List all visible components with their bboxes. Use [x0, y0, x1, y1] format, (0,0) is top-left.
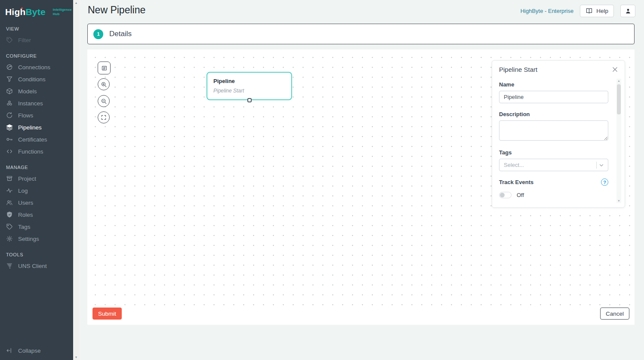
- toggle-state-label: Off: [517, 192, 524, 198]
- tag-icon: [6, 37, 13, 43]
- account-link[interactable]: HighByte - Enterprise: [521, 8, 574, 14]
- tags-placeholder: Select...: [504, 162, 524, 168]
- node-title: Pipeline: [213, 78, 285, 84]
- nav-section-view: VIEW: [0, 26, 73, 31]
- user-menu-button[interactable]: [620, 5, 635, 17]
- sidebar-item-models[interactable]: Models: [0, 85, 73, 97]
- scroll-up-arrow-icon[interactable]: ▲: [73, 1, 79, 4]
- app-logo: HighByte Intelligence Hub: [0, 0, 73, 19]
- key-icon: [6, 136, 13, 143]
- page-title: New Pipeline: [88, 4, 145, 16]
- sidebar-item-conditions[interactable]: Conditions: [0, 73, 73, 85]
- description-input[interactable]: [499, 120, 608, 141]
- shield-icon: [6, 211, 13, 218]
- sidebar-item-project[interactable]: Project: [0, 172, 73, 185]
- logo-tagline: Intelligence Hub: [53, 8, 72, 16]
- tags-select[interactable]: Select...: [499, 159, 608, 171]
- sidebar-item-filter[interactable]: Filter: [0, 34, 73, 46]
- name-label: Name: [499, 81, 607, 88]
- help-button[interactable]: Help: [580, 5, 614, 17]
- sidebar-item-pipelines[interactable]: Pipelines: [0, 121, 73, 133]
- sidebar-item-functions[interactable]: Functions: [0, 145, 73, 157]
- zoom-in-icon: [101, 81, 107, 88]
- form-actions: Submit Cancel: [87, 306, 635, 325]
- description-label: Description: [499, 111, 607, 117]
- panel-scroll-thumb[interactable]: [617, 84, 621, 114]
- sidebar-item-settings[interactable]: Settings: [0, 233, 73, 245]
- node-output-handle[interactable]: [247, 98, 252, 102]
- sidebar-item-users[interactable]: Users: [0, 197, 73, 209]
- zoom-in-button[interactable]: [98, 78, 110, 90]
- sidebar-item-flows[interactable]: Flows: [0, 109, 73, 121]
- layers-icon: [6, 124, 13, 131]
- node-list-icon: [101, 65, 108, 71]
- chevron-down-icon: [598, 162, 604, 168]
- sidebar-item-instances[interactable]: Instances: [0, 97, 73, 109]
- name-input[interactable]: [499, 91, 608, 103]
- sidebar-item-roles[interactable]: Roles: [0, 209, 73, 221]
- tags-label: Tags: [499, 149, 607, 156]
- node-subtitle: Pipeline Start: [213, 88, 285, 94]
- logo-wordmark: HighByte: [5, 7, 46, 17]
- logo-accent-dot: [21, 7, 23, 9]
- close-icon: [611, 66, 619, 73]
- sidebar: HighByte Intelligence Hub VIEW Filter CO…: [0, 0, 73, 360]
- archive-icon: [6, 175, 13, 182]
- cancel-button[interactable]: Cancel: [600, 308, 629, 320]
- sidebar-item-tags[interactable]: Tags: [0, 221, 73, 233]
- zoom-out-button[interactable]: [98, 95, 110, 107]
- sidebar-item-uns-client[interactable]: UNS Client: [0, 260, 73, 272]
- scroll-down-arrow-icon[interactable]: ▼: [73, 356, 79, 359]
- gear-icon: [6, 235, 13, 242]
- main-content: New Pipeline HighByte - Enterprise Help …: [79, 0, 644, 360]
- sidebar-item-log[interactable]: Log: [0, 185, 73, 197]
- node-palette-button[interactable]: [98, 62, 111, 74]
- connections-icon: [6, 64, 13, 71]
- panel-title: Pipeline Start: [499, 66, 537, 73]
- submit-button[interactable]: Submit: [92, 308, 122, 320]
- cycle-icon: [6, 112, 13, 119]
- step-number-badge: 1: [93, 29, 103, 39]
- nav-section-manage: MANAGE: [0, 165, 73, 170]
- panel-scroll-down-icon[interactable]: ▼: [616, 200, 621, 202]
- nav-section-tools: TOOLS: [0, 252, 73, 257]
- sidebar-scrollbar[interactable]: ▲ ▼: [73, 0, 79, 360]
- nav-section-configure: CONFIGURE: [0, 53, 73, 58]
- pipeline-editor-card: Pipeline Pipeline Start Pipeline Start N…: [87, 49, 635, 325]
- step-label: Details: [109, 30, 132, 38]
- panel-scroll-up-icon[interactable]: ▲: [616, 80, 621, 82]
- pipeline-canvas[interactable]: Pipeline Pipeline Start Pipeline Start N…: [87, 49, 635, 306]
- page-header: New Pipeline HighByte - Enterprise Help: [79, 0, 644, 22]
- sidebar-collapse-button[interactable]: Collapse: [0, 345, 73, 357]
- funnel-icon: [6, 76, 13, 83]
- toggle-knob: [500, 193, 505, 197]
- code-icon: [6, 148, 13, 155]
- activity-icon: [6, 187, 13, 194]
- sidebar-item-certificates[interactable]: Certificates: [0, 133, 73, 145]
- panel-close-button[interactable]: [611, 66, 619, 73]
- track-events-label: Track Events: [499, 179, 533, 185]
- node-properties-panel: Pipeline Start Name Description Tags Sel…: [492, 60, 625, 208]
- help-circle-icon[interactable]: ?: [601, 178, 608, 186]
- stepper-details[interactable]: 1 Details: [87, 24, 635, 44]
- tornado-icon: [6, 262, 13, 269]
- collapse-icon: [6, 347, 13, 354]
- fit-view-icon: [101, 114, 107, 120]
- sidebar-item-connections[interactable]: Connections: [0, 61, 73, 73]
- pipeline-start-node[interactable]: Pipeline Pipeline Start: [206, 72, 292, 100]
- zoom-out-icon: [101, 98, 107, 105]
- select-divider: [596, 162, 597, 169]
- tag-icon: [6, 223, 13, 230]
- user-icon: [625, 8, 632, 15]
- cube-icon: [6, 88, 13, 95]
- users-icon: [6, 199, 13, 206]
- fit-view-button[interactable]: [98, 111, 110, 123]
- cluster-icon: [6, 100, 13, 107]
- panel-scrollbar[interactable]: ▲ ▼: [616, 79, 621, 203]
- book-icon: [585, 7, 593, 15]
- track-events-toggle[interactable]: [499, 192, 512, 198]
